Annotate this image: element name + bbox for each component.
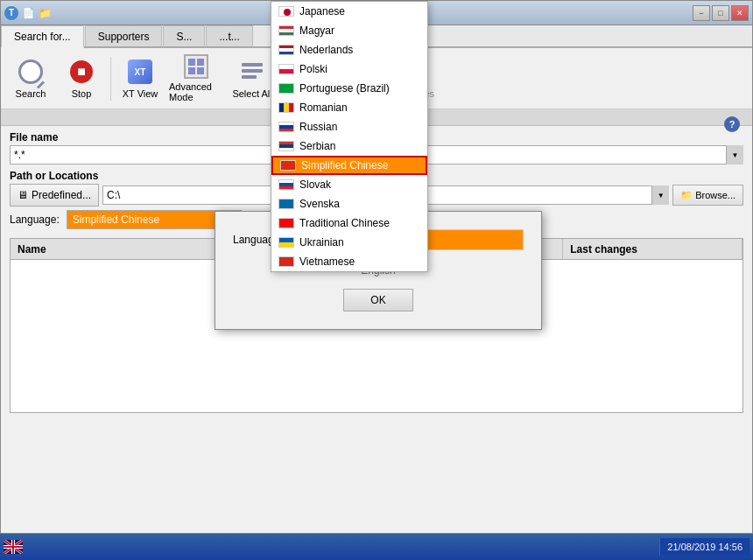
taskbar-datetime: 21/08/2019 14:56 [659, 538, 749, 556]
language-selected-value: Simplified Chinese [73, 214, 159, 226]
path-dropdown-arrow[interactable]: ▼ [651, 186, 669, 205]
lang-item-traditional-chinese[interactable]: Traditional Chinese [271, 214, 427, 233]
xt-view-icon: XT [126, 58, 154, 86]
app-icon: T [4, 6, 18, 20]
search-icon [17, 58, 45, 86]
flag-vn [278, 256, 294, 267]
predefined-icon: 🖥 [18, 189, 28, 201]
window-title-open: 📁 [39, 7, 52, 19]
flag-nl [278, 45, 294, 55]
flag-ru [278, 122, 294, 132]
minimize-button[interactable]: − [693, 5, 710, 21]
select-all-icon [238, 58, 266, 86]
predefined-button[interactable]: 🖥 Predefined... [10, 184, 99, 206]
browse-icon: 📁 [680, 190, 693, 201]
flag-sk [278, 179, 294, 190]
lang-item-japanese[interactable]: Japanese [271, 2, 427, 21]
title-buttons: − □ ✕ [693, 5, 749, 21]
taskbar: 21/08/2019 14:56 [0, 534, 753, 560]
flag-rs [278, 141, 294, 151]
language-label: Language: [10, 214, 60, 226]
separator-1 [110, 57, 111, 101]
lang-item-russian[interactable]: Russian [271, 117, 427, 136]
lang-item-nederlands[interactable]: Nederlands [271, 40, 427, 60]
main-window: T 📄 📁 − □ ✕ Search for... Supporters S..… [0, 0, 753, 534]
flag-br [278, 83, 294, 94]
flag-cn [280, 160, 296, 171]
advanced-mode-icon [182, 54, 210, 79]
stop-icon: ■ [67, 58, 95, 86]
dialog-ok-button[interactable]: OK [343, 289, 413, 312]
lang-item-simplified-chinese[interactable]: Simplified Chinese [271, 156, 427, 175]
lang-item-vietnamese[interactable]: Vietnamese [271, 252, 427, 271]
lang-item-ukrainian[interactable]: Ukrainian [271, 233, 427, 252]
tab-supporters[interactable]: Supporters [85, 25, 163, 46]
taskbar-flag [4, 540, 23, 554]
lang-item-magyar[interactable]: Magyar [271, 21, 427, 40]
title-bar-left: T 📄 📁 [4, 6, 52, 20]
lang-item-serbian[interactable]: Serbian [271, 136, 427, 156]
lang-item-slovak[interactable]: Slovak [271, 175, 427, 194]
advanced-mode-button[interactable]: Advanced Mode [166, 52, 226, 106]
close-button[interactable]: ✕ [731, 5, 749, 21]
help-button[interactable]: ? [724, 116, 740, 132]
browse-button[interactable]: 📁 Browse... [672, 185, 743, 206]
tab-3[interactable]: S... [163, 25, 205, 46]
flag-se [278, 199, 294, 209]
flag-tw [278, 218, 294, 228]
lang-item-polski[interactable]: Polski [271, 60, 427, 79]
flag-ua [278, 237, 294, 248]
language-dropdown: Japanese Magyar Nederlands Polski Portug… [271, 1, 428, 272]
col-last-changes: Last changes [563, 239, 742, 259]
maximize-button[interactable]: □ [712, 5, 729, 21]
flag-jp [278, 6, 294, 17]
flag-hu [278, 25, 294, 36]
flag-pl [278, 64, 294, 74]
tab-4[interactable]: ...t... [206, 25, 252, 46]
search-button[interactable]: Search [6, 52, 55, 106]
xt-view-button[interactable]: XT XT View [116, 52, 165, 106]
lang-item-svenska[interactable]: Svenska [271, 194, 427, 214]
stop-button[interactable]: ■ Stop [57, 52, 106, 106]
svg-rect-8 [4, 546, 23, 548]
file-name-dropdown-arrow[interactable]: ▼ [726, 145, 743, 164]
lang-item-portuguese[interactable]: Portuguese (Brazil) [271, 79, 427, 98]
window-title-new-file: 📄 [22, 7, 35, 19]
tab-search-for[interactable]: Search for... [1, 25, 84, 48]
taskbar-left [4, 540, 23, 554]
lang-item-romanian[interactable]: Romanian [271, 98, 427, 117]
flag-ro [278, 102, 294, 113]
select-all-button[interactable]: Select All [228, 52, 277, 106]
